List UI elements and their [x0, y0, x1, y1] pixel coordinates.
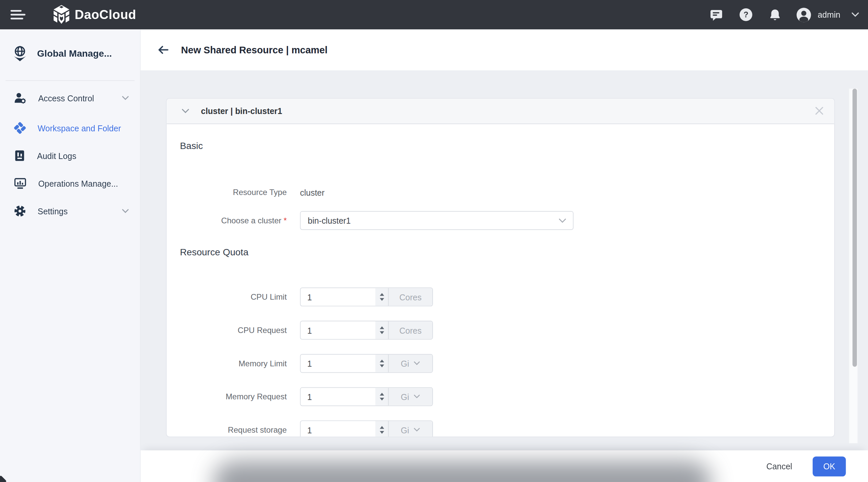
help-icon[interactable]: ?	[738, 6, 754, 23]
panel-title: cluster | bin-cluster1	[201, 106, 282, 116]
unit-addon[interactable]: Gi	[388, 388, 432, 405]
quantity-stepper: Gi	[300, 354, 433, 373]
page-title: New Shared Resource | mcamel	[181, 44, 328, 56]
spinner-up-button[interactable]	[379, 326, 384, 329]
quota-label: Request storage	[180, 425, 287, 434]
choose-cluster-row: Choose a cluster* bin-cluster1	[180, 211, 821, 230]
sidebar-item-access-control[interactable]: Access Control	[0, 84, 140, 112]
unit-addon[interactable]: Gi	[388, 355, 432, 372]
topbar: DaoCloud ?	[0, 0, 868, 29]
quota-row-memory-request: Memory Request Gi	[180, 387, 821, 406]
quantity-stepper: Gi	[300, 420, 433, 437]
sidebar-item-workspace-and-folder[interactable]: Workspace and Folder	[0, 114, 140, 142]
quota-label: CPU Request	[180, 326, 287, 335]
unit-label: Gi	[401, 359, 409, 368]
user-avatar-icon	[796, 6, 812, 23]
quantity-input[interactable]	[301, 421, 375, 437]
quota-label: Memory Request	[180, 392, 287, 401]
sidebar-divider	[6, 80, 134, 81]
spinner-up-button[interactable]	[379, 360, 384, 362]
sidebar-item-operations-manage[interactable]: Operations Manage...	[0, 170, 140, 197]
ok-button[interactable]: OK	[813, 456, 846, 476]
spinner-down-button[interactable]	[379, 398, 384, 400]
spinner-up-button[interactable]	[379, 293, 384, 296]
daocloud-logo-icon	[52, 4, 71, 25]
sidebar-item-label: Settings	[38, 206, 68, 216]
scrollbar-thumb[interactable]	[852, 89, 857, 367]
spinner-down-button[interactable]	[379, 365, 384, 367]
app-viewport: DaoCloud ?	[0, 0, 868, 482]
unit-label: Cores	[399, 292, 422, 302]
sidebar-item-label: Operations Manage...	[38, 179, 118, 188]
operations-icon	[14, 177, 27, 190]
quota-label: CPU Limit	[180, 293, 287, 302]
user-gear-icon	[14, 92, 27, 104]
resource-type-row: Resource Type cluster	[180, 187, 821, 198]
globe-icon	[12, 45, 28, 62]
chat-icon[interactable]	[708, 6, 725, 23]
gear-icon	[14, 205, 26, 217]
sidebar-item-label: Workspace and Folder	[38, 123, 121, 133]
quota-row-cpu-request: CPU Request Cores	[180, 321, 821, 340]
quota-label: Memory Limit	[180, 359, 287, 368]
spinner-down-button[interactable]	[379, 298, 384, 301]
spinner-down-button[interactable]	[379, 331, 384, 334]
unit-label: Gi	[401, 392, 409, 401]
user-menu[interactable]: admin	[796, 6, 859, 23]
spinner	[375, 288, 388, 306]
unit-addon[interactable]: Cores	[388, 288, 432, 306]
back-arrow-icon[interactable]	[158, 45, 169, 54]
spinner-up-button[interactable]	[379, 393, 384, 395]
sidebar-item-settings[interactable]: Settings	[0, 197, 140, 225]
unit-addon[interactable]: Cores	[388, 321, 432, 339]
panel-header: cluster | bin-cluster1	[166, 99, 834, 124]
quantity-stepper: Cores	[300, 288, 433, 307]
sidebar-item-label: Audit Logs	[37, 151, 76, 160]
quantity-input[interactable]	[301, 355, 375, 372]
sidebar-item-label: Access Control	[38, 93, 94, 103]
quantity-input[interactable]	[301, 388, 375, 405]
quantity-stepper: Cores	[300, 321, 433, 340]
hamburger-menu-icon[interactable]	[11, 10, 26, 20]
chevron-down-icon	[122, 209, 129, 213]
content-area: cluster | bin-cluster1 Basic Resource Ty…	[140, 70, 868, 450]
unit-label: Cores	[399, 325, 422, 335]
main-area: New Shared Resource | mcamel cluster | b…	[140, 29, 868, 482]
spinner-down-button[interactable]	[379, 431, 384, 434]
chevron-down-icon	[851, 12, 859, 17]
chevron-down-icon	[122, 96, 129, 100]
spinner-up-button[interactable]	[379, 426, 384, 429]
cancel-button[interactable]: Cancel	[767, 461, 793, 471]
collapse-chevron-down-icon[interactable]	[182, 109, 189, 114]
username: admin	[818, 10, 840, 19]
page-header: New Shared Resource | mcamel	[140, 29, 868, 70]
quantity-input[interactable]	[301, 288, 375, 306]
spinner	[375, 355, 388, 372]
workspace-icon	[14, 122, 26, 134]
quota-row-memory-limit: Memory Limit Gi	[180, 354, 821, 373]
panel-body: Basic Resource Type cluster Choose a clu…	[166, 124, 834, 437]
quantity-stepper: Gi	[300, 387, 433, 406]
cluster-select[interactable]: bin-cluster1	[300, 211, 574, 230]
section-heading-resource-quota: Resource Quota	[180, 247, 821, 258]
quota-row-cpu-limit: CPU Limit Cores	[180, 288, 821, 307]
resource-type-value: cluster	[300, 188, 324, 197]
brand: DaoCloud	[52, 4, 136, 25]
close-icon[interactable]	[813, 105, 825, 117]
required-asterisk: *	[284, 216, 287, 225]
resource-type-label: Resource Type	[180, 188, 287, 197]
unit-label: Gi	[401, 425, 409, 435]
quota-row-request-storage: Request storage Gi	[180, 420, 821, 437]
spinner	[375, 388, 388, 405]
cluster-select-value: bin-cluster1	[308, 216, 351, 225]
unit-addon[interactable]: Gi	[388, 421, 432, 437]
sidebar-item-audit-logs[interactable]: Audit Logs	[0, 142, 140, 169]
quantity-input[interactable]	[301, 321, 375, 339]
scrollbar-track[interactable]	[849, 89, 858, 443]
footer-action-bar: Cancel OK	[140, 450, 868, 482]
product-title: Global Manage...	[37, 48, 112, 59]
sidebar-product[interactable]: Global Manage...	[0, 29, 140, 73]
bell-icon[interactable]	[767, 6, 783, 23]
spinner	[375, 321, 388, 339]
chevron-down-icon	[414, 394, 420, 399]
